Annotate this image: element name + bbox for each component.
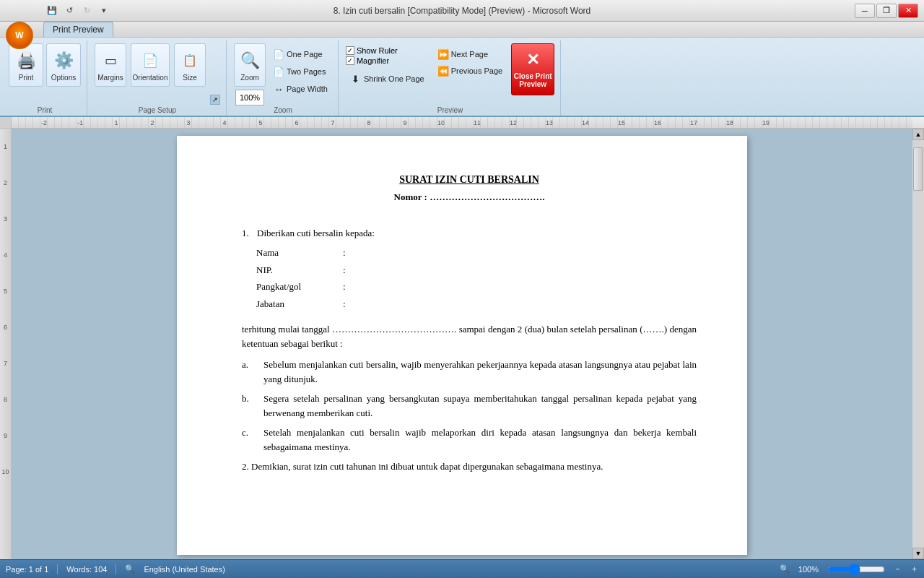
item1-header: 1. Diberikan cuti bersalin kepada: (242, 226, 697, 241)
field-nip: NIP. : (242, 263, 697, 277)
preview-group-label: Preview (437, 106, 463, 116)
one-page-button[interactable]: 📄 One Page (269, 46, 332, 62)
office-button[interactable]: W (6, 22, 33, 49)
scroll-track (912, 140, 924, 548)
prev-page-icon: ⏪ (437, 65, 449, 77)
page-width-button[interactable]: ↔️ Page Width (269, 81, 332, 97)
horizontal-ruler: -2 -1 1 2 3 4 5 6 7 8 9 10 11 12 13 14 1… (0, 117, 924, 129)
document-title: SURAT IZIN CUTI BERSALIN (242, 172, 697, 187)
document-item-1: 1. Diberikan cuti bersalin kepada: Nama … (242, 226, 697, 311)
ruler-scale-h: -2 -1 1 2 3 4 5 6 7 8 9 10 11 12 13 14 1… (12, 117, 912, 128)
main-area: 1 2 3 4 5 6 7 8 9 10 SURAT IZIN CUTI BER… (0, 129, 924, 559)
word-count: Words: 104 (66, 565, 107, 574)
statusbar: Page: 1 of 1 Words: 104 🔍 English (Unite… (0, 559, 924, 578)
zoom-status: 🔍 (780, 564, 790, 574)
ribbon-tabs: Print Preview (0, 22, 924, 38)
pagesetup-buttons: ▭ Margins 📄 Orientation 📋 Size ↗ (95, 42, 220, 106)
close-preview-icon: ✕ (526, 51, 539, 69)
document-item2: 2. Demikian, surat izin cuti tahunan ini… (242, 460, 697, 474)
titlebar: W 💾 ↺ ↻ ▾ 8. Izin cuti bersalin [Compati… (0, 0, 924, 22)
zoom-options: 📄 One Page 📄 Two Pages ↔️ Page Width (269, 43, 332, 97)
status-sep-1 (57, 564, 58, 574)
language-info: English (United States) (144, 565, 225, 574)
preview-checkboxes: ✓ Show Ruler ✓ Magnifier ⬇ Shrink One Pa… (346, 43, 429, 87)
zoom-buttons: 🔍 Zoom 100% 📄 One Page 📄 Two Pages ↔️ Pa… (234, 42, 332, 106)
status-sep-2 (116, 564, 116, 574)
field-nama: Nama : (242, 246, 697, 260)
page-nav-buttons: ⏩ Next Page ⏪ Previous Page (433, 43, 507, 79)
document-para1: terhitung mulai tanggal …………………………………. s… (242, 322, 697, 350)
one-page-icon: 📄 (273, 48, 284, 60)
page-document: SURAT IZIN CUTI BERSALIN Nomor : …………………… (177, 136, 747, 555)
zoom-group-label: Zoom (274, 106, 292, 116)
sub-item-c: c. Setelah menjalankan cuti bersalin waj… (242, 426, 697, 454)
two-pages-icon: 📄 (273, 66, 284, 77)
size-icon: 📋 (178, 49, 201, 72)
next-page-button[interactable]: ⏩ Next Page (433, 46, 507, 62)
page-setup-expand-icon[interactable]: ↗ (210, 95, 220, 105)
vertical-scrollbar[interactable]: ▲ ▼ (912, 129, 924, 559)
redo-quick-btn[interactable]: ↻ (79, 4, 94, 17)
window-title: 8. Izin cuti bersalin [Compatibility Mod… (0, 6, 924, 16)
page-info: Page: 1 of 1 (6, 565, 48, 574)
close-print-preview-button[interactable]: ✕ Close Print Preview (511, 43, 554, 95)
zoom-in-icon[interactable]: ＋ (910, 564, 918, 574)
ribbon-group-zoom: 🔍 Zoom 100% 📄 One Page 📄 Two Pages ↔️ Pa… (228, 40, 339, 116)
vertical-ruler: 1 2 3 4 5 6 7 8 9 10 (0, 129, 12, 559)
scroll-up-button[interactable]: ▲ (912, 129, 924, 140)
field-jabatan: Jabatan : (242, 297, 697, 311)
options-button[interactable]: ⚙️ Options (46, 43, 81, 87)
minimize-button[interactable]: ─ (855, 4, 875, 18)
orientation-button[interactable]: 📄 Orientation (131, 43, 170, 87)
dropdown-quick-btn[interactable]: ▾ (97, 4, 111, 17)
scroll-thumb[interactable] (913, 147, 923, 191)
ruler-corner (0, 117, 12, 129)
shrink-one-page-button[interactable]: ⬇ Shrink One Page (346, 71, 429, 87)
undo-quick-btn[interactable]: ↺ (62, 4, 77, 17)
sub-item-b: b. Segera setelah persalinan yang bersan… (242, 392, 697, 420)
quick-access-toolbar: W 💾 ↺ ↻ ▾ (6, 4, 111, 17)
margins-icon: ▭ (99, 49, 122, 72)
zoom-icon: 🔍 (238, 49, 261, 72)
ribbon-group-pagesetup: ▭ Margins 📄 Orientation 📋 Size ↗ Page Se… (89, 40, 227, 116)
preview-buttons: ✓ Show Ruler ✓ Magnifier ⬇ Shrink One Pa… (346, 42, 554, 106)
previous-page-button[interactable]: ⏪ Previous Page (433, 63, 507, 79)
print-group-label: Print (38, 106, 53, 116)
options-icon: ⚙️ (52, 49, 75, 72)
save-quick-btn[interactable]: 💾 (45, 4, 59, 17)
show-ruler-row[interactable]: ✓ Show Ruler (346, 46, 429, 55)
field-pangkat: Pangkat/gol : (242, 280, 697, 294)
ribbon-group-print: 🖨️ Print ⚙️ Options Print (3, 40, 87, 116)
shrink-icon: ⬇ (350, 73, 362, 85)
print-icon: 🖨️ (14, 49, 38, 72)
status-icons: 🔍 (125, 564, 135, 574)
zoom-slider[interactable] (827, 564, 885, 575)
sub-item-a: a. Sebelum menjalankan cuti bersalin, wa… (242, 358, 697, 386)
size-button[interactable]: 📋 Size (174, 43, 206, 87)
magnifier-checkbox[interactable]: ✓ (346, 56, 354, 65)
window-controls: ─ ❐ ✕ (855, 4, 918, 18)
print-buttons: 🖨️ Print ⚙️ Options (9, 42, 81, 106)
page-width-icon: ↔️ (273, 83, 284, 95)
close-button[interactable]: ✕ (898, 4, 918, 18)
next-page-icon: ⏩ (437, 48, 449, 60)
pagesetup-group-label: Page Setup (139, 106, 176, 116)
show-ruler-checkbox[interactable]: ✓ (346, 46, 354, 55)
document-nomor: Nomor : ………………………………. (242, 190, 697, 204)
zoom-button[interactable]: 🔍 Zoom (234, 43, 266, 87)
margins-button[interactable]: ▭ Margins (95, 43, 126, 87)
print-button[interactable]: 🖨️ Print (9, 43, 43, 87)
magnifier-row[interactable]: ✓ Magnifier (346, 56, 429, 65)
restore-button[interactable]: ❐ (876, 4, 897, 18)
zoom-value-status: 100% (798, 565, 819, 574)
scroll-down-button[interactable]: ▼ (912, 548, 924, 559)
two-pages-button[interactable]: 📄 Two Pages (269, 64, 332, 79)
orientation-icon: 📄 (139, 49, 162, 72)
print-preview-tab[interactable]: Print Preview (43, 22, 113, 37)
ribbon-group-preview: ✓ Show Ruler ✓ Magnifier ⬇ Shrink One Pa… (340, 40, 561, 116)
zoom-value-box[interactable]: 100% (235, 90, 264, 105)
document-area: SURAT IZIN CUTI BERSALIN Nomor : …………………… (12, 129, 912, 559)
ribbon: 🖨️ Print ⚙️ Options Print ▭ Margins 📄 Or… (0, 38, 924, 117)
zoom-out-icon[interactable]: － (894, 564, 902, 574)
